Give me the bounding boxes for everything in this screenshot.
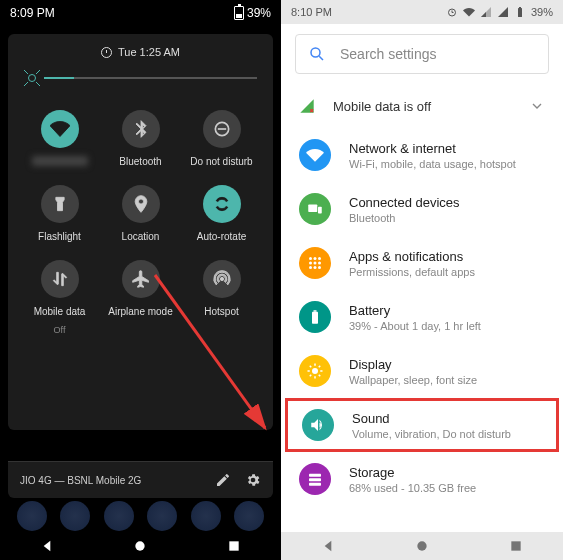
dock-app[interactable] — [191, 501, 221, 531]
settings-item-network[interactable]: Network & internetWi-Fi, mobile, data us… — [281, 128, 563, 182]
display-icon — [299, 355, 331, 387]
tile-label: Auto-rotate — [197, 231, 246, 242]
tile-wifi[interactable] — [22, 110, 97, 167]
dock — [0, 498, 281, 534]
nav-back-icon[interactable] — [39, 538, 55, 554]
svg-point-20 — [314, 266, 317, 269]
tile-bluetooth[interactable]: Bluetooth — [103, 110, 178, 167]
battery-icon — [299, 301, 331, 333]
item-sub: Wi-Fi, mobile, data usage, hotspot — [349, 158, 516, 170]
carrier-label: JIO 4G — BSNL Mobile 2G — [20, 475, 141, 486]
svg-point-19 — [309, 266, 312, 269]
bluetooth-icon — [122, 110, 160, 148]
item-title: Storage — [349, 465, 476, 480]
item-title: Apps & notifications — [349, 249, 475, 264]
svg-point-9 — [311, 48, 320, 57]
svg-rect-27 — [309, 483, 321, 486]
svg-rect-22 — [312, 312, 318, 324]
dock-app[interactable] — [17, 501, 47, 531]
svg-point-17 — [314, 262, 317, 265]
quick-settings-card: Tue 1:25 AM Bluetooth — [8, 34, 273, 430]
tile-dnd[interactable]: Do not disturb — [184, 110, 259, 167]
wifi-status-icon — [463, 6, 475, 18]
tile-label: Mobile data — [34, 306, 86, 317]
sound-icon — [302, 409, 334, 441]
search-icon — [308, 45, 326, 63]
time-label: 8:10 PM — [291, 6, 332, 18]
tile-airplane[interactable]: Airplane mode — [103, 260, 178, 335]
settings-item-battery[interactable]: Battery39% - About 1 day, 1 hr left — [281, 290, 563, 344]
svg-point-3 — [136, 541, 145, 550]
tile-flashlight[interactable]: Flashlight — [22, 185, 97, 242]
svg-point-21 — [318, 266, 321, 269]
signal-status-icon — [497, 6, 509, 18]
dock-app[interactable] — [60, 501, 90, 531]
svg-point-14 — [314, 257, 317, 260]
edit-icon[interactable] — [215, 472, 231, 488]
battery-pct: 39% — [247, 6, 271, 20]
dock-app[interactable] — [234, 501, 264, 531]
settings-item-apps[interactable]: Apps & notificationsPermissions, default… — [281, 236, 563, 290]
search-settings[interactable]: Search settings — [295, 34, 549, 74]
tile-label: Location — [122, 231, 160, 242]
settings-panel: 8:10 PM 39% Search settings Mobile data … — [281, 0, 563, 560]
status-bar-right: 8:10 PM 39% — [281, 0, 563, 24]
svg-point-13 — [309, 257, 312, 260]
item-sub: 39% - About 1 day, 1 hr left — [349, 320, 481, 332]
settings-item-storage[interactable]: Storage68% used - 10.35 GB free — [281, 452, 563, 506]
svg-point-24 — [312, 368, 318, 374]
svg-rect-25 — [309, 474, 321, 477]
tiles-grid: Bluetooth Do not disturb Flashlight — [16, 96, 265, 349]
tile-location[interactable]: Location — [103, 185, 178, 242]
nav-recent-icon[interactable] — [508, 538, 524, 554]
svg-rect-7 — [518, 8, 522, 17]
item-sub: Bluetooth — [349, 212, 460, 224]
apps-icon — [299, 247, 331, 279]
dock-app[interactable] — [104, 501, 134, 531]
tile-label: Airplane mode — [108, 306, 172, 317]
nav-recent-icon[interactable] — [226, 538, 242, 554]
battery-icon — [234, 6, 244, 20]
settings-list: Network & internetWi-Fi, mobile, data us… — [281, 128, 563, 506]
settings-item-sound[interactable]: SoundVolume, vibration, Do not disturb — [285, 398, 559, 452]
storage-icon — [299, 463, 331, 495]
item-sub: Permissions, default apps — [349, 266, 475, 278]
brightness-slider[interactable] — [16, 70, 265, 96]
airplane-icon — [122, 260, 160, 298]
svg-rect-26 — [309, 478, 321, 481]
svg-line-10 — [319, 56, 323, 60]
tile-label: Flashlight — [38, 231, 81, 242]
brightness-icon — [24, 70, 40, 86]
flashlight-icon — [41, 185, 79, 223]
tile-hotspot[interactable]: Hotspot — [184, 260, 259, 335]
item-title: Connected devices — [349, 195, 460, 210]
tile-autorotate[interactable]: Auto-rotate — [184, 185, 259, 242]
item-sub: Volume, vibration, Do not disturb — [352, 428, 511, 440]
settings-item-devices[interactable]: Connected devicesBluetooth — [281, 182, 563, 236]
chevron-down-icon — [529, 98, 545, 114]
notice-text: Mobile data is off — [333, 99, 431, 114]
nav-home-icon[interactable] — [414, 538, 430, 554]
time-label: 8:09 PM — [10, 6, 55, 20]
mobile-data-notice[interactable]: Mobile data is off — [281, 84, 563, 128]
tile-label: Bluetooth — [119, 156, 161, 167]
tile-mobiledata[interactable]: Mobile data Off — [22, 260, 97, 335]
gear-icon[interactable] — [245, 472, 261, 488]
nav-home-icon[interactable] — [132, 538, 148, 554]
dock-app[interactable] — [147, 501, 177, 531]
brightness-track[interactable] — [44, 77, 257, 79]
svg-point-15 — [318, 257, 321, 260]
svg-rect-8 — [519, 7, 521, 8]
svg-rect-12 — [318, 207, 322, 214]
alarm-row[interactable]: Tue 1:25 AM — [16, 42, 265, 70]
svg-point-28 — [417, 541, 426, 550]
svg-rect-29 — [511, 541, 520, 550]
tile-label: Hotspot — [204, 306, 238, 317]
alarm-status-icon — [446, 6, 458, 18]
tile-label: Do not disturb — [190, 156, 252, 167]
rotate-icon — [203, 185, 241, 223]
quick-settings-footer: JIO 4G — BSNL Mobile 2G — [8, 461, 273, 498]
nav-back-icon[interactable] — [320, 538, 336, 554]
settings-item-display[interactable]: DisplayWallpaper, sleep, font size — [281, 344, 563, 398]
alarm-time: Tue 1:25 AM — [118, 46, 180, 58]
